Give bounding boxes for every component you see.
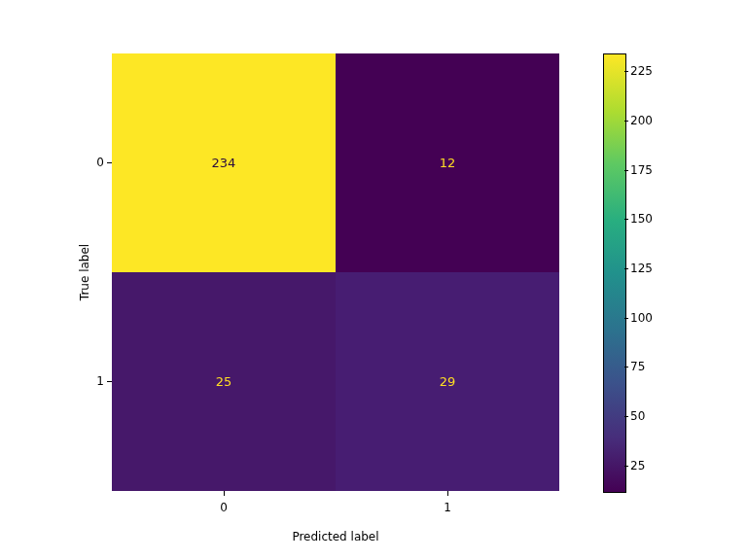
x-axis-label: Predicted label — [112, 530, 559, 543]
cbar-tickmark-75 — [624, 367, 628, 368]
cbar-tickmark-200 — [624, 121, 628, 122]
cbar-tick-100: 100 — [630, 311, 653, 325]
xtick-1: 1 — [444, 501, 451, 514]
xtick-mark-1 — [447, 491, 448, 496]
y-axis-label: True label — [56, 53, 113, 491]
xtick-0: 0 — [220, 501, 228, 514]
cbar-tickmark-100 — [624, 318, 628, 319]
cbar-tick-25: 25 — [630, 459, 645, 472]
cbar-tick-225: 225 — [630, 64, 653, 78]
cbar-tickmark-50 — [624, 416, 628, 417]
cbar-tickmark-125 — [624, 268, 628, 269]
heatmap-grid: 234 12 25 29 — [112, 53, 559, 491]
cbar-tickmark-225 — [624, 71, 628, 72]
svg-rect-0 — [604, 54, 625, 492]
colorbar — [603, 53, 626, 493]
cbar-tickmark-150 — [624, 219, 628, 220]
heatmap-plot: 234 12 25 29 — [112, 53, 559, 491]
cbar-tick-50: 50 — [630, 409, 645, 423]
cell-0-0: 234 — [112, 53, 336, 272]
cell-0-1: 12 — [336, 53, 559, 272]
cbar-tick-150: 150 — [630, 212, 653, 226]
cbar-tick-125: 125 — [630, 262, 653, 275]
colorbar-gradient — [604, 54, 625, 492]
cell-1-0: 25 — [112, 272, 336, 491]
xtick-mark-0 — [224, 491, 225, 496]
cbar-tick-75: 75 — [630, 360, 645, 373]
cbar-tickmark-175 — [624, 170, 628, 171]
cbar-tick-175: 175 — [630, 163, 653, 177]
cbar-tick-200: 200 — [630, 114, 653, 127]
cell-1-1: 29 — [336, 272, 559, 491]
cbar-tickmark-25 — [624, 466, 628, 467]
